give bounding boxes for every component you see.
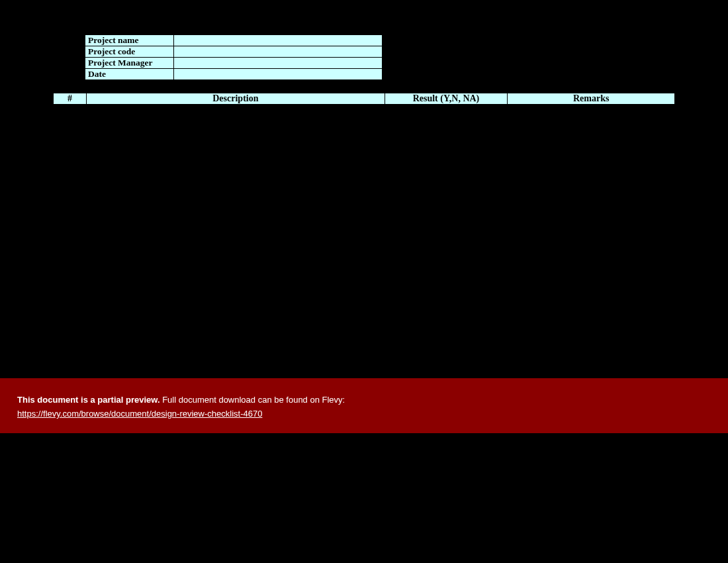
- meta-row-project-manager: Project Manager: [85, 58, 383, 69]
- project-meta-table: Project name Project code Project Manage…: [85, 34, 383, 80]
- meta-label: Date: [85, 69, 174, 80]
- meta-value: [174, 35, 383, 46]
- meta-label: Project code: [85, 46, 174, 58]
- meta-row-date: Date: [85, 69, 383, 80]
- meta-value: [174, 58, 383, 69]
- col-header-description: Description: [87, 93, 385, 105]
- preview-banner: This document is a partial preview. Full…: [0, 378, 728, 433]
- meta-label: Project name: [85, 35, 174, 46]
- meta-value: [174, 46, 383, 58]
- checklist-header-row: # Description Result (Y,N, NA) Remarks: [54, 93, 675, 105]
- meta-row-project-name: Project name: [85, 35, 383, 46]
- banner-rest-text: Full document download can be found on F…: [160, 395, 345, 405]
- col-header-remarks: Remarks: [508, 93, 675, 105]
- meta-row-project-code: Project code: [85, 46, 383, 58]
- banner-link[interactable]: https://flevy.com/browse/document/design…: [17, 409, 262, 419]
- col-header-result: Result (Y,N, NA): [385, 93, 508, 105]
- banner-text: This document is a partial preview. Full…: [17, 394, 711, 406]
- banner-bold-text: This document is a partial preview.: [17, 395, 160, 405]
- meta-label: Project Manager: [85, 58, 174, 69]
- meta-value: [174, 69, 383, 80]
- col-header-number: #: [54, 93, 87, 105]
- checklist-table: # Description Result (Y,N, NA) Remarks: [53, 93, 675, 105]
